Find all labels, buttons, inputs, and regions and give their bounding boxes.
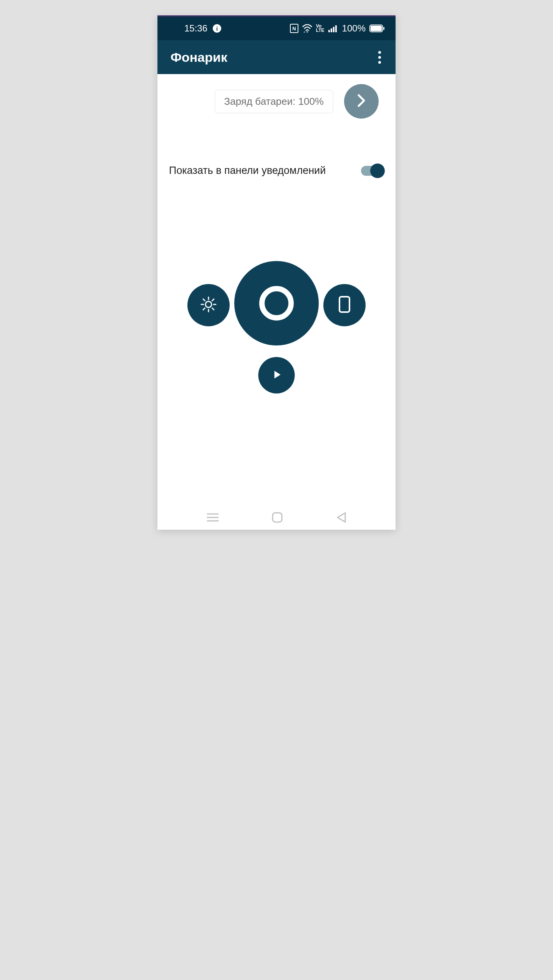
- signal-icon: [328, 25, 338, 32]
- control-cluster: [167, 261, 386, 399]
- svg-rect-4: [333, 27, 334, 32]
- svg-rect-8: [383, 27, 384, 30]
- notification-toggle-row: Показать в панели уведомлений: [167, 165, 386, 177]
- screen-icon: [337, 295, 352, 315]
- nav-home-button[interactable]: [272, 512, 283, 523]
- battery-status-card: Заряд батареи: 100%: [215, 90, 333, 113]
- svg-line-15: [212, 308, 214, 310]
- svg-marker-19: [274, 371, 280, 378]
- svg-text:4: 4: [303, 31, 305, 33]
- app-bar: Фонарик: [157, 40, 396, 74]
- phone-frame: 15:36 i N 4 VoLTE: [157, 15, 396, 530]
- svg-line-14: [203, 299, 205, 301]
- info-icon: i: [213, 24, 221, 33]
- next-button[interactable]: [344, 84, 379, 119]
- flashlight-toggle-button[interactable]: [234, 261, 319, 345]
- battery-icon: [369, 25, 385, 32]
- svg-rect-23: [273, 513, 282, 522]
- status-right: N 4 VoLTE 100%: [290, 23, 385, 34]
- svg-line-16: [203, 308, 205, 310]
- overflow-menu-button[interactable]: [374, 47, 385, 68]
- chevron-right-icon: [356, 93, 367, 110]
- notification-toggle-switch[interactable]: [361, 166, 383, 176]
- status-bar: 15:36 i N 4 VoLTE: [157, 17, 396, 40]
- brightness-button[interactable]: [187, 284, 230, 326]
- nav-recent-button[interactable]: [207, 512, 219, 522]
- svg-rect-18: [339, 297, 349, 312]
- svg-point-0: [306, 31, 308, 33]
- brightness-icon: [199, 295, 218, 316]
- app-title: Фонарик: [171, 50, 227, 65]
- volte-icon: VoLTE: [316, 24, 325, 33]
- dot-icon: [378, 61, 381, 64]
- svg-rect-3: [331, 28, 332, 32]
- battery-row: Заряд батареи: 100%: [167, 84, 386, 119]
- svg-rect-7: [371, 26, 382, 31]
- svg-line-17: [212, 299, 214, 301]
- dot-icon: [378, 56, 381, 59]
- dot-icon: [378, 51, 381, 54]
- play-icon: [271, 369, 282, 382]
- svg-rect-5: [335, 25, 337, 32]
- nfc-icon: N: [290, 24, 298, 33]
- svg-marker-24: [338, 513, 345, 522]
- wifi-icon: 4: [302, 24, 312, 33]
- nav-back-button[interactable]: [336, 512, 346, 523]
- power-ring-icon: [259, 286, 294, 321]
- svg-rect-2: [328, 30, 330, 32]
- notification-toggle-label: Показать в панели уведомлений: [169, 165, 326, 177]
- status-battery-percent: 100%: [342, 23, 366, 34]
- switch-thumb: [370, 164, 385, 178]
- screen-light-button[interactable]: [323, 284, 366, 326]
- status-left: 15:36 i: [184, 23, 221, 34]
- svg-point-9: [205, 301, 212, 307]
- status-time: 15:36: [184, 23, 207, 34]
- strobe-play-button[interactable]: [258, 357, 295, 393]
- content-area: Заряд батареи: 100% Показать в панели ув…: [157, 74, 396, 505]
- system-nav-bar: [157, 505, 396, 530]
